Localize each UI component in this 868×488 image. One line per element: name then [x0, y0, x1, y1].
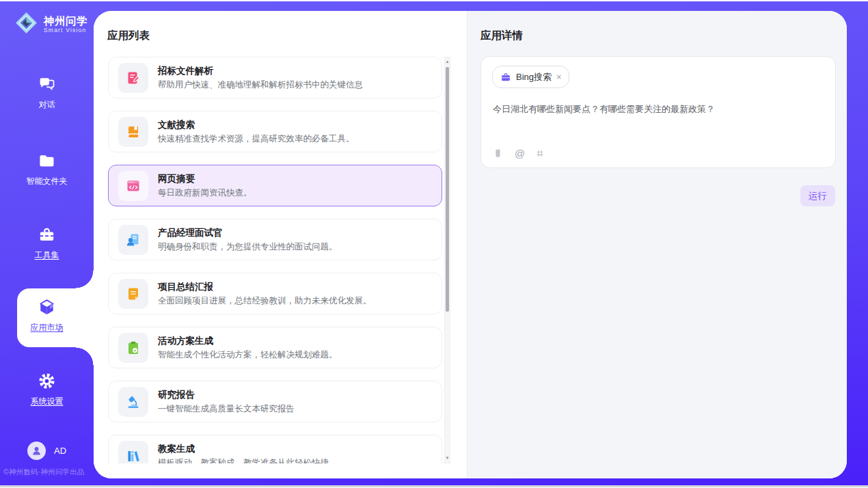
app-card-title: 产品经理面试官: [158, 227, 338, 239]
app-card-title: 项目总结汇报: [158, 281, 372, 293]
app-detail-title: 应用详情: [480, 29, 523, 43]
tool-chip-bing-search[interactable]: Bing搜索 ×: [492, 66, 569, 88]
app-card-title: 教案生成: [158, 443, 329, 455]
app-detail-pane: 应用详情 Bing搜索 × 今日湖北有哪些新闻要点？有哪些需要关注的最新政策？: [467, 11, 847, 478]
scrollbar-thumb[interactable]: [446, 67, 449, 312]
bottom-edge-line: [0, 485, 868, 487]
sidebar: 神州问学 Smart Vision 对话 智能文件夹: [0, 0, 94, 488]
bid-document-icon: [118, 63, 148, 93]
app-card-desc: 帮助用户快速、准确地理解和解析招标书中的关键信息: [158, 79, 363, 90]
scrollbar-up-arrow[interactable]: ▲: [445, 57, 450, 66]
microscope-icon: [118, 387, 148, 417]
run-button[interactable]: 运行: [800, 185, 835, 206]
toolbox-icon: [38, 226, 56, 244]
hash-icon[interactable]: ⌗: [537, 148, 543, 159]
sidebar-item-smart-folder[interactable]: 智能文件夹: [0, 152, 94, 187]
books-icon: [118, 441, 148, 464]
prompt-input-card[interactable]: Bing搜索 × 今日湖北有哪些新闻要点？有哪些需要关注的最新政策？ @ ⌗: [480, 56, 836, 168]
sidebar-item-toolset[interactable]: 工具集: [0, 226, 94, 261]
app-card-title: 网页摘要: [158, 173, 252, 185]
app-card-desc: 明确身份和职责，为您提供专业性的面试问题。: [158, 241, 338, 252]
app-card[interactable]: 网页摘要每日政府新闻资讯快查。: [108, 165, 442, 206]
tool-chip-label: Bing搜索: [516, 71, 552, 83]
cube-icon: [38, 298, 56, 316]
app-card-list: 招标文件解析帮助用户快速、准确地理解和解析招标书中的关键信息文献搜索快速精准查找…: [108, 57, 442, 463]
app-card-desc: 智能生成个性化活动方案，轻松解决规划难题。: [158, 349, 338, 360]
app-card[interactable]: 研究报告一键智能生成高质量长文本研究报告: [108, 381, 442, 422]
brand-subtitle: Smart Vision: [44, 27, 87, 34]
content-card: 应用列表 招标文件解析帮助用户快速、准确地理解和解析招标书中的关键信息文献搜索快…: [94, 11, 847, 478]
app-card-title: 研究报告: [158, 389, 295, 401]
app-card[interactable]: 项目总结汇报全面回顾项目进展，总结经验教训，助力未来优化发展。: [108, 273, 442, 314]
paperclip-icon[interactable]: [493, 148, 503, 159]
user-row[interactable]: AD: [0, 442, 94, 460]
app-card-desc: 全面回顾项目进展，总结经验教训，助力未来优化发展。: [158, 295, 372, 306]
sidebar-item-chat[interactable]: 对话: [0, 75, 94, 111]
app-card-title: 招标文件解析: [158, 65, 363, 77]
brand-diamond-icon: [14, 10, 39, 38]
gear-icon: [38, 372, 56, 390]
user-name: AD: [54, 446, 66, 456]
app-card-desc: 模板驱动，教案秒成，教学准备从此轻松快捷: [158, 457, 329, 463]
avatar: [27, 442, 46, 460]
scrollbar[interactable]: ▲ ▼: [444, 57, 450, 463]
chip-close-icon[interactable]: ×: [556, 72, 562, 81]
sidebar-footer: ©神州数码·神州问学出品: [3, 467, 94, 477]
brand-logo: 神州问学 Smart Vision: [14, 10, 87, 38]
app-card-title: 活动方案生成: [158, 335, 338, 347]
sidebar-item-label: 应用市场: [0, 322, 94, 334]
sidebar-item-label: 系统设置: [0, 396, 94, 407]
memo-icon: [118, 279, 148, 309]
sidebar-item-app-market[interactable]: 应用市场: [0, 298, 94, 334]
app-card[interactable]: 产品经理面试官明确身份和职责，为您提供专业性的面试问题。: [108, 219, 442, 260]
scrollbar-down-arrow[interactable]: ▼: [445, 454, 450, 463]
sidebar-item-label: 智能文件夹: [0, 176, 94, 187]
webpage-icon: [118, 171, 148, 201]
interviewer-icon: [118, 225, 148, 255]
sidebar-item-settings[interactable]: 系统设置: [0, 372, 94, 407]
folder-icon: [38, 152, 56, 170]
app-card[interactable]: 教案生成模板驱动，教案秒成，教学准备从此轻松快捷: [108, 435, 442, 463]
brand-name: 神州问学: [44, 15, 87, 27]
clipboard-check-icon: [118, 333, 148, 363]
sidebar-item-label: 工具集: [0, 249, 94, 261]
app-card[interactable]: 招标文件解析帮助用户快速、准确地理解和解析招标书中的关键信息: [108, 57, 442, 98]
chat-icon: [38, 75, 56, 94]
literature-book-icon: [118, 117, 148, 147]
app-list-pane: 应用列表 招标文件解析帮助用户快速、准确地理解和解析招标书中的关键信息文献搜索快…: [94, 11, 467, 478]
app-card[interactable]: 文献搜索快速精准查找学术资源，提高研究效率的必备工具。: [108, 111, 442, 152]
app-card-desc: 一键智能生成高质量长文本研究报告: [158, 403, 295, 414]
app-card[interactable]: 活动方案生成智能生成个性化活动方案，轻松解决规划难题。: [108, 327, 442, 368]
app-card-title: 文献搜索: [158, 119, 355, 131]
query-text[interactable]: 今日湖北有哪些新闻要点？有哪些需要关注的最新政策？: [493, 103, 821, 116]
composer-toolbar: @ ⌗: [493, 148, 543, 159]
mention-icon[interactable]: @: [515, 148, 525, 159]
sidebar-item-label: 对话: [0, 99, 94, 111]
app-card-desc: 快速精准查找学术资源，提高研究效率的必备工具。: [158, 133, 355, 144]
app-card-desc: 每日政府新闻资讯快查。: [158, 187, 252, 198]
briefcase-icon: [500, 72, 511, 83]
app-list-title: 应用列表: [107, 29, 150, 43]
